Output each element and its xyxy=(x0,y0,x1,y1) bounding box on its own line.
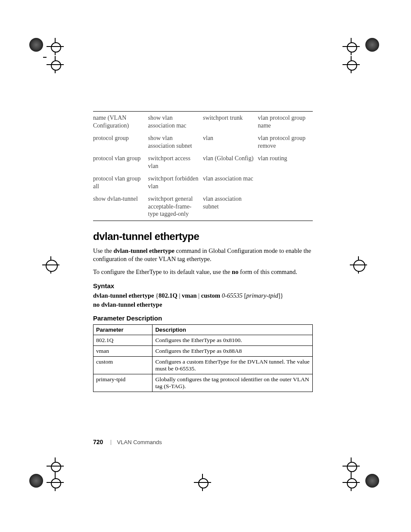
crop-mark xyxy=(342,474,360,491)
command-link[interactable]: protocol vlan group all xyxy=(93,172,148,193)
command-link[interactable]: switchport general acceptable-frame-type… xyxy=(148,193,203,221)
command-link[interactable]: vlan routing xyxy=(258,152,313,172)
intro-paragraph-2: To configure the EtherType to its defaul… xyxy=(93,268,313,277)
syntax-no: no dvlan-tunnel ethertype xyxy=(93,301,162,308)
param-header: Parameter xyxy=(93,325,153,335)
pipe: | xyxy=(179,292,181,299)
syntax-range: 0-65535 xyxy=(222,292,243,299)
command-link[interactable]: vlan protocol group remove xyxy=(258,132,313,152)
param-desc: Configures the EtherType as 0x8100. xyxy=(153,335,313,346)
crop-mark xyxy=(342,56,360,73)
pipe: | xyxy=(198,292,199,299)
table-row: protocol groupshow vlan association subn… xyxy=(93,132,313,152)
crop-mark xyxy=(47,457,64,475)
parameter-table: Parameter Description 802.1QConfigures t… xyxy=(93,324,313,392)
crop-mark xyxy=(342,457,360,475)
page-content: name (VLAN Configuration)show vlan assoc… xyxy=(93,111,313,392)
crop-mark xyxy=(47,56,64,73)
footer-separator xyxy=(111,440,111,445)
syntax-no-line: no dvlan-tunnel ethertype xyxy=(93,301,313,308)
page-number: 720 xyxy=(93,439,103,445)
command-link[interactable]: show vlan association subnet xyxy=(148,132,203,152)
param-header-row: Parameter Description xyxy=(93,325,313,335)
param-row: customConfigures a custom EtherType for … xyxy=(93,357,313,374)
page-footer: 720 VLAN Commands xyxy=(93,439,162,445)
command-link[interactable]: vlan association mac xyxy=(203,172,258,193)
command-link[interactable]: show vlan association mac xyxy=(148,112,203,132)
syntax-opt: 802.1Q xyxy=(159,292,177,299)
crop-mark xyxy=(47,38,64,55)
param-header: Description xyxy=(153,325,313,335)
brace: { xyxy=(156,292,159,299)
bracket: ]} xyxy=(278,292,283,299)
text: form of this command. xyxy=(238,268,297,275)
syntax-line: dvlan-tunnel ethertype {802.1Q | vman | … xyxy=(93,292,313,299)
text: Use the xyxy=(93,247,114,254)
command-link xyxy=(258,172,313,193)
table-row: show dvlan-tunnelswitchport general acce… xyxy=(93,193,313,221)
syntax-cmd: dvlan-tunnel ethertype xyxy=(93,292,154,299)
command-link[interactable]: vlan xyxy=(203,132,258,152)
section-heading: dvlan-tunnel ethertype xyxy=(93,230,313,243)
crop-mark xyxy=(350,256,367,274)
command-reference-table: name (VLAN Configuration)show vlan assoc… xyxy=(93,111,313,221)
parameter-heading: Parameter Description xyxy=(93,314,313,322)
param-row: vmanConfigures the EtherType as 0x88A8 xyxy=(93,346,313,357)
table-row: protocol vlan groupswitchport access vla… xyxy=(93,152,313,172)
param-name: 802.1Q xyxy=(93,335,153,346)
footer-label: VLAN Commands xyxy=(117,439,162,445)
table-row: name (VLAN Configuration)show vlan assoc… xyxy=(93,112,313,132)
table-row: protocol vlan group allswitchport forbid… xyxy=(93,172,313,193)
command-link[interactable]: protocol group xyxy=(93,132,148,152)
command-link[interactable]: switchport access vlan xyxy=(148,152,203,172)
crop-mark xyxy=(194,474,211,491)
param-desc: Configures the EtherType as 0x88A8 xyxy=(153,346,313,357)
param-name: custom xyxy=(93,357,153,374)
param-row: 802.1QConfigures the EtherType as 0x8100… xyxy=(93,335,313,346)
command-name: dvlan-tunnel ethertype xyxy=(114,247,174,254)
syntax-opt: vman xyxy=(182,292,197,299)
keyword-no: no xyxy=(232,268,238,275)
param-row: primary-tpidGlobally configures the tag … xyxy=(93,374,313,392)
command-link xyxy=(258,193,313,221)
command-link[interactable]: vlan protocol group name xyxy=(258,112,313,132)
param-desc: Globally configures the tag protocol ide… xyxy=(153,374,313,392)
command-link[interactable]: switchport forbidden vlan xyxy=(148,172,203,193)
crop-mark xyxy=(342,38,360,55)
intro-paragraph-1: Use the dvlan-tunnel ethertype command i… xyxy=(93,247,313,264)
crop-line xyxy=(43,57,47,58)
syntax-heading: Syntax xyxy=(93,282,313,289)
syntax-opt: custom xyxy=(201,292,220,299)
text: To configure the EtherType to its defaul… xyxy=(93,268,232,275)
syntax-flag: primary-tpid xyxy=(246,292,278,299)
crop-mark xyxy=(42,256,59,274)
command-link[interactable]: name (VLAN Configuration) xyxy=(93,112,148,132)
command-link[interactable]: vlan (Global Config) xyxy=(203,152,258,172)
param-desc: Configures a custom EtherType for the DV… xyxy=(153,357,313,374)
param-name: vman xyxy=(93,346,153,357)
param-name: primary-tpid xyxy=(93,374,153,392)
command-link[interactable]: vlan association subnet xyxy=(203,193,258,221)
crop-mark xyxy=(47,474,64,491)
command-link[interactable]: show dvlan-tunnel xyxy=(93,193,148,221)
command-link[interactable]: switchport trunk xyxy=(203,112,258,132)
command-link[interactable]: protocol vlan group xyxy=(93,152,148,172)
